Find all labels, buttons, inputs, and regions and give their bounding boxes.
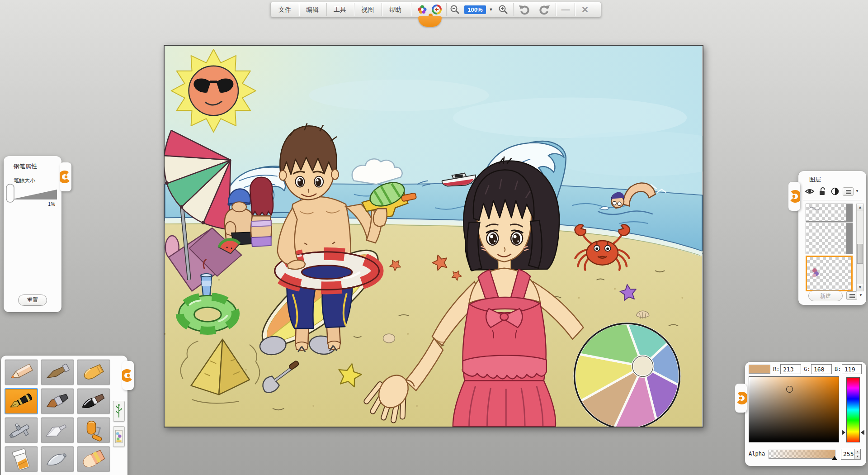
tool-metal-pen[interactable] <box>41 446 74 472</box>
menu-file[interactable]: 文件 <box>273 2 297 17</box>
main-toolbar: 文件 编辑 工具 视图 帮助 <box>270 2 601 17</box>
layer-row-1[interactable] <box>806 204 853 222</box>
layer-lock-icon[interactable] <box>818 187 826 198</box>
undo-button[interactable] <box>516 4 533 15</box>
alpha-label: Alpha <box>749 451 765 457</box>
tool-ink-brush[interactable] <box>77 388 110 414</box>
green-swim-ring <box>179 295 236 332</box>
alpha-slider[interactable] <box>769 450 835 459</box>
zoom-dropdown-caret[interactable]: ▼ <box>488 4 494 15</box>
tool-eraser[interactable] <box>77 446 110 472</box>
layer-strip <box>846 204 852 221</box>
scroll-down-arrow[interactable]: ▼ <box>857 284 863 291</box>
separator <box>446 3 447 16</box>
scroll-up-arrow[interactable]: ▲ <box>857 204 863 211</box>
tool-fountain-pen[interactable] <box>5 388 38 414</box>
application-window: 文件 编辑 工具 视图 帮助 <box>0 0 868 475</box>
tool-flat-brush[interactable] <box>41 388 74 414</box>
hue-indicator-left <box>842 430 845 435</box>
separator <box>326 3 327 16</box>
blue-input[interactable] <box>842 364 862 374</box>
alpha-slider-marker[interactable] <box>832 456 837 460</box>
red-label: R: <box>773 366 779 372</box>
separator <box>299 3 299 16</box>
tool-pastel-stick[interactable] <box>41 359 74 385</box>
layers-bottom-menu-button[interactable] <box>846 291 857 300</box>
layer-menu-caret[interactable]: ▼ <box>855 189 859 193</box>
pen-panel-title: 钢笔属性 <box>14 162 37 171</box>
color-cursor[interactable] <box>786 386 793 393</box>
green-label: G: <box>804 366 810 372</box>
layer-visibility-icon[interactable] <box>805 187 815 197</box>
tool-palette-knife[interactable] <box>41 417 74 443</box>
alpha-increment-arrow[interactable]: ▲ <box>855 449 860 454</box>
drawing-canvas[interactable] <box>164 45 703 428</box>
menu-tools[interactable]: 工具 <box>328 2 352 17</box>
alpha-decrement-arrow[interactable]: ▼ <box>855 454 860 459</box>
palette-icon[interactable] <box>415 4 429 15</box>
brush-size-value: 1% <box>48 201 55 207</box>
separator <box>411 3 411 16</box>
app-logo-smile <box>418 16 442 27</box>
divider <box>803 200 862 200</box>
layer-row-2[interactable] <box>806 223 853 254</box>
blue-label: B: <box>835 366 841 372</box>
tool-airbrush[interactable] <box>5 417 38 443</box>
layers-bottom-menu-caret[interactable]: ▼ <box>859 293 863 297</box>
green-input[interactable] <box>811 364 832 374</box>
reset-button[interactable]: 重置 <box>18 294 47 306</box>
menu-edit[interactable]: 编辑 <box>300 2 325 17</box>
separator <box>513 3 514 16</box>
separator <box>382 3 382 16</box>
tool-paint-jar[interactable] <box>5 446 38 472</box>
zoom-level-display[interactable]: 100% <box>463 4 487 15</box>
zoom-in-button[interactable] <box>496 4 510 15</box>
menu-help[interactable]: 帮助 <box>383 2 407 17</box>
plant-stamp-button[interactable] <box>113 401 125 422</box>
layers-panel-collapse-tab[interactable] <box>788 182 800 211</box>
current-color-swatch <box>749 365 770 374</box>
layers-scrollbar[interactable]: ▲ ▼ <box>856 204 864 291</box>
layer-blend-icon[interactable] <box>831 187 839 197</box>
tool-paint-roller[interactable] <box>77 417 110 443</box>
brush-palette-collapse-tab[interactable] <box>122 361 134 390</box>
layers-panel-title: 图层 <box>809 176 821 184</box>
pen-panel-collapse-tab[interactable] <box>60 162 71 191</box>
saturation-value-picker[interactable] <box>749 376 839 442</box>
minimize-button[interactable]: — <box>557 4 574 15</box>
brush-size-slider[interactable] <box>5 182 60 204</box>
close-button[interactable]: ✕ <box>576 4 594 15</box>
scroll-thumb[interactable] <box>857 244 863 264</box>
brush-palette-panel <box>1 356 127 475</box>
red-input[interactable] <box>780 364 801 374</box>
menu-view[interactable]: 视图 <box>355 2 380 17</box>
canvas-artwork <box>165 46 703 427</box>
pen-properties-panel: 钢笔属性 笔触大小 1% 重置 <box>4 156 61 312</box>
beach-ball <box>575 323 680 427</box>
color-panel-collapse-tab[interactable] <box>735 384 747 413</box>
layer-row-3-selected[interactable] <box>806 256 853 291</box>
color-picker-panel: R: G: B: Alpha 255 ▲ ▼ <box>745 362 866 466</box>
new-layer-button[interactable]: 新建 <box>808 290 843 301</box>
alpha-value: 255 <box>843 451 854 457</box>
layer-menu-button[interactable] <box>843 187 854 196</box>
zoom-out-button[interactable] <box>448 4 462 15</box>
color-wheel-icon[interactable] <box>430 4 443 15</box>
separator <box>354 3 354 16</box>
separator <box>575 3 575 16</box>
alpha-value-box: 255 ▲ ▼ <box>841 449 861 460</box>
separator <box>556 3 556 16</box>
layers-panel: 图层 ▼ ▲ ▼ 新建 <box>798 171 866 305</box>
tool-crayon[interactable] <box>77 359 110 385</box>
layer-strip <box>846 223 852 254</box>
redo-button[interactable] <box>536 4 553 15</box>
hue-indicator-right <box>861 430 864 435</box>
hue-slider[interactable] <box>846 377 860 442</box>
zoom-value[interactable]: 100% <box>464 5 486 14</box>
tool-colored-pencil[interactable] <box>5 359 38 385</box>
image-stamp-button[interactable] <box>113 426 125 447</box>
